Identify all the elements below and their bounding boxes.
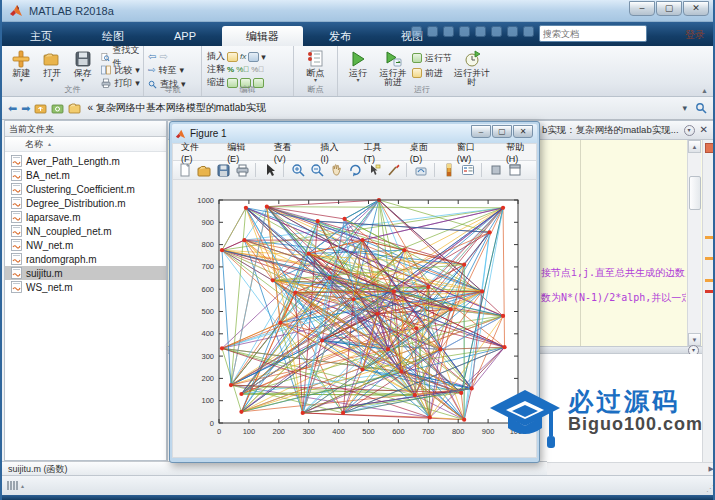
compare-button[interactable]: 比较▾ [101, 65, 143, 75]
file-row[interactable]: Aver_Path_Length.m [5, 154, 166, 168]
insert-section-icon[interactable] [227, 52, 238, 62]
address-dropdown-icon[interactable]: ▾ [682, 103, 687, 113]
file-row[interactable]: NW_net.m [5, 238, 166, 252]
editor-tab-close-icon[interactable]: ✕ [700, 125, 708, 135]
zoom-out-icon[interactable] [309, 163, 324, 178]
resize-grip[interactable]: ⋰ [706, 484, 714, 493]
help-icon[interactable] [522, 25, 535, 38]
close-button[interactable]: ✕ [683, 1, 709, 16]
figure-close-button[interactable]: ✕ [513, 125, 533, 138]
file-row[interactable]: Clustering_Coefficient.m [5, 182, 166, 196]
rotate-3d-icon[interactable] [347, 163, 362, 178]
undo-icon[interactable] [474, 25, 487, 38]
find-files-button[interactable]: 查找文件 [101, 52, 143, 62]
browse-folder-icon[interactable] [51, 102, 64, 114]
back-arrow-icon[interactable]: ⇦ [148, 51, 156, 62]
name-column-header[interactable]: 名称 ▲ [5, 137, 166, 152]
scroll-right-icon[interactable]: ▶ [709, 465, 714, 473]
figure-minimize-button[interactable]: – [471, 125, 491, 138]
breakpoints-button[interactable]: 断点▾ [298, 50, 334, 83]
figure-menu-item[interactable]: 工具(T) [364, 141, 393, 164]
back-button[interactable]: ⬅ [8, 102, 17, 115]
cut-icon[interactable] [426, 25, 439, 38]
run-section-button[interactable]: 运行节 [412, 53, 452, 63]
warning-mark[interactable] [705, 279, 714, 282]
wrap-comment-icon[interactable]: %⃝ [251, 65, 264, 74]
warning-mark[interactable] [705, 257, 714, 260]
error-mark[interactable] [705, 290, 714, 293]
file-row[interactable]: BA_net.m [5, 168, 166, 182]
figure-menu-item[interactable]: 插入(I) [320, 141, 346, 164]
insert-image-icon[interactable] [248, 52, 259, 62]
figure-menu-item[interactable]: 文件(F) [181, 141, 210, 164]
dock-window-icon[interactable] [507, 163, 522, 178]
scroll-up-icon[interactable]: ▲ [688, 140, 701, 153]
figure-menu-item[interactable]: 查看(V) [274, 141, 304, 164]
forward-button[interactable]: ➡ [21, 102, 30, 115]
address-search-icon[interactable] [695, 102, 707, 114]
save-button[interactable]: 保存▾ [67, 50, 98, 83]
ribbon-tab-3[interactable]: APP [150, 26, 220, 46]
ribbon-tab-2[interactable]: 绘图 [78, 26, 148, 46]
new-button[interactable]: 新建▾ [6, 50, 37, 83]
figure-menu-item[interactable]: 窗口(W) [457, 141, 489, 164]
open-folder-icon[interactable] [196, 163, 211, 178]
open-button[interactable]: 打开▾ [37, 50, 68, 83]
link-plots-icon[interactable] [413, 163, 428, 178]
legend-icon[interactable] [460, 163, 475, 178]
new-doc-icon[interactable] [177, 163, 192, 178]
switch-windows-icon[interactable] [506, 25, 519, 38]
login-link[interactable]: 登录 [685, 28, 705, 42]
message-indicator-square[interactable] [705, 143, 715, 153]
colorbar-icon[interactable] [441, 163, 456, 178]
paste-icon[interactable] [458, 25, 471, 38]
search-input[interactable] [540, 29, 663, 39]
forward-arrow-icon[interactable]: ⇨ [159, 51, 167, 62]
maximize-button[interactable]: ▢ [656, 1, 682, 16]
figure-window[interactable]: Figure 1 – ▢ ✕ 文件(F)编辑(E)查看(V)插入(I)工具(T)… [169, 121, 540, 463]
figure-menu-item[interactable]: 帮助(H) [506, 141, 536, 164]
address-path[interactable]: « 复杂网络中基本网络模型的matlab实现 [87, 101, 265, 115]
up-folder-icon[interactable] [34, 102, 47, 114]
brush-icon[interactable] [385, 163, 400, 178]
collapse-ribbon-icon[interactable]: ▲ [701, 87, 708, 94]
redo-icon[interactable] [490, 25, 503, 38]
warning-mark[interactable] [705, 236, 714, 239]
advance-button[interactable]: 前进 [412, 68, 452, 78]
goto-button[interactable]: ⇨ 转至▾ [148, 65, 186, 75]
print-icon[interactable] [234, 163, 249, 178]
run-time-button[interactable]: 运行并计时 [452, 50, 492, 87]
doc-search-box[interactable] [539, 25, 647, 42]
insert-row[interactable]: 插入 fx ▾ [207, 51, 266, 62]
current-folder-header[interactable]: 当前文件夹 [5, 121, 166, 137]
details-grip[interactable]: ▴ [7, 481, 24, 490]
cursor-icon[interactable] [262, 163, 277, 178]
uncomment-icon[interactable]: %⃠ [236, 65, 249, 74]
editor-dock-icon[interactable]: ▾ [684, 125, 695, 136]
figure-menu-item[interactable]: 桌面(D) [410, 141, 440, 164]
file-row[interactable]: laparsave.m [5, 210, 166, 224]
figure-maximize-button[interactable]: ▢ [492, 125, 512, 138]
editor-tab-title[interactable]: b实现：复杂网络的matlab实现... [542, 124, 679, 137]
minimize-button[interactable]: – [629, 1, 655, 16]
insert-function-icon[interactable]: fx [240, 52, 246, 61]
pan-hand-icon[interactable] [328, 163, 343, 178]
scrollbar-thumb[interactable] [689, 176, 701, 210]
ribbon-tab-5[interactable]: 发布 [305, 26, 375, 46]
run-button[interactable]: 运行▾ [342, 50, 374, 83]
save-icon[interactable] [410, 25, 423, 38]
comment-icon[interactable]: % [227, 65, 234, 74]
zoom-in-icon[interactable] [290, 163, 305, 178]
file-row[interactable]: Degree_Distribution.m [5, 196, 166, 210]
copy-icon[interactable] [442, 25, 455, 38]
file-row[interactable]: NN_coupled_net.m [5, 224, 166, 238]
run-advance-button[interactable]: 运行并前进 [374, 50, 412, 87]
random-graph-plot[interactable]: 0100200300400500600700800900100001002003… [173, 180, 536, 457]
file-row[interactable]: suijitu.m [5, 266, 166, 280]
ribbon-tab-4[interactable]: 编辑器 [222, 26, 303, 46]
data-cursor-icon[interactable] [366, 163, 381, 178]
comment-row[interactable]: 注释 % %⃠ %⃝ [207, 64, 266, 75]
file-row[interactable]: WS_net.m [5, 280, 166, 294]
ribbon-tab-1[interactable]: 主页 [6, 26, 76, 46]
dock-small-icon[interactable] [488, 163, 503, 178]
